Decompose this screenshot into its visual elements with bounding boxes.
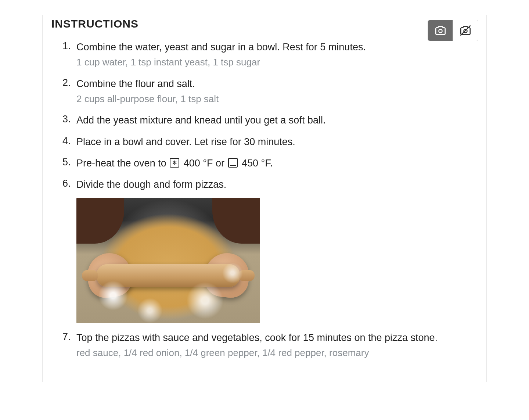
oven-prefix: Pre-heat the oven to: [76, 158, 169, 169]
step-text: Add the yeast mixture and knead until yo…: [76, 114, 478, 127]
instructions-list: Combine the water, yeast and sugar in a …: [51, 40, 478, 359]
instruction-step: Pre-heat the oven to 400 °F or 450 °F.: [62, 157, 478, 170]
oven-conv-temp: 450 °F: [242, 158, 270, 169]
instruction-step: Divide the dough and form pizzas.: [62, 178, 478, 323]
step-text: Place in a bowl and cover. Let rise for …: [76, 135, 478, 148]
section-header: INSTRUCTIONS: [51, 18, 478, 30]
photo-visibility-toggle[interactable]: [428, 20, 478, 41]
oven-conventional-icon: [228, 158, 238, 168]
header-rule: [147, 24, 422, 24]
instruction-step: Combine the flour and salt. 2 cups all-p…: [62, 77, 478, 106]
section-title: INSTRUCTIONS: [51, 18, 138, 30]
show-photos-toggle[interactable]: [428, 20, 453, 41]
oven-fan-temp: 400 °F: [184, 158, 213, 169]
oven-sep: or: [213, 158, 227, 169]
oven-suffix: .: [270, 158, 273, 169]
step-text: Combine the flour and salt.: [76, 77, 478, 90]
camera-icon: [434, 24, 447, 37]
step-ingredients: red sauce, 1/4 red onion, 1/4 green pepp…: [76, 347, 478, 359]
camera-off-icon: [459, 24, 472, 37]
step-text: Top the pizzas with sauce and vegetables…: [76, 331, 478, 344]
step-ingredients: 2 cups all-purpose flour, 1 tsp salt: [76, 93, 478, 105]
step-text: Divide the dough and form pizzas.: [76, 178, 478, 191]
instruction-step: Place in a bowl and cover. Let rise for …: [62, 135, 478, 148]
instruction-step: Add the yeast mixture and knead until yo…: [62, 114, 478, 127]
step-text: Pre-heat the oven to 400 °F or 450 °F.: [76, 157, 478, 170]
step-ingredients: 1 cup water, 1 tsp instant yeast, 1 tsp …: [76, 56, 478, 69]
oven-fan-icon: [170, 158, 179, 168]
step-image[interactable]: [76, 198, 260, 323]
step-text: Combine the water, yeast and sugar in a …: [76, 40, 478, 54]
instruction-step: Top the pizzas with sauce and vegetables…: [62, 331, 478, 360]
svg-point-0: [439, 29, 442, 33]
hide-photos-toggle[interactable]: [453, 20, 478, 41]
instruction-step: Combine the water, yeast and sugar in a …: [62, 40, 478, 69]
instructions-card: INSTRUCTIONS Combine the water, yeast an…: [42, 15, 487, 382]
